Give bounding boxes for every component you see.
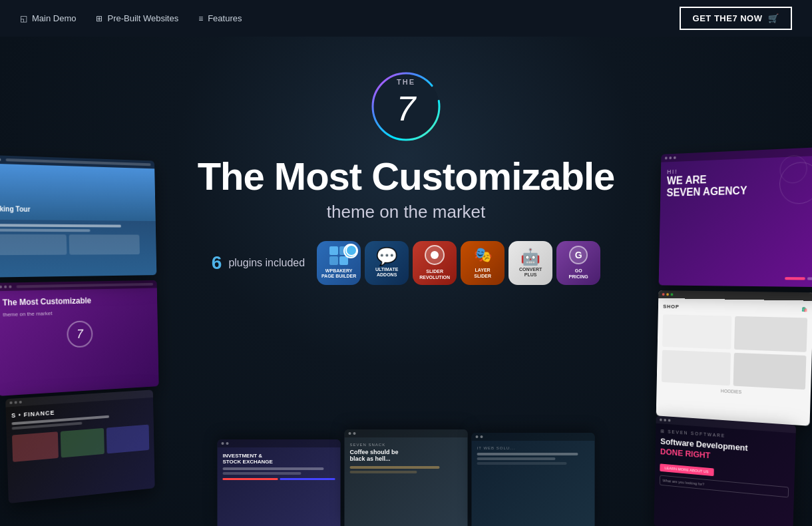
nav-item-main-demo[interactable]: ◱ Main Demo [20, 13, 76, 23]
hero-subtitle: theme on the market [327, 202, 485, 222]
ultimate-icon: 💬 [376, 248, 397, 265]
go-pricing-label: GOPRICING [569, 268, 588, 280]
bottom-card-3: IT WEB SOLU... [472, 433, 595, 526]
hero-section: THE 7 The Most Customizable theme on the… [0, 37, 812, 285]
logo-circle: THE 7 [369, 70, 443, 143]
nav-item-pre-built[interactable]: ⊞ Pre-Built Websites [96, 13, 178, 23]
get-the7-label: GET THE7 NOW [693, 13, 763, 23]
nav-item-features-label: Features [208, 13, 242, 23]
main-demo-icon: ◱ [20, 14, 27, 23]
plugin-ultimate[interactable]: 💬 ULTIMATEADDONS [365, 241, 409, 285]
plugin-slider-revolution[interactable]: SLIDERREVOLUTION [413, 241, 457, 285]
plugin-icons-container: WPBakeryPAGE BUILDER 💬 ULTIMATEADDONS SL… [317, 241, 600, 285]
layer-slider-icon: 🎭 [474, 246, 492, 264]
cart-icon: 🛒 [768, 13, 779, 23]
slider-rev-label: SLIDERREVOLUTION [419, 269, 450, 280]
plugins-label: plugins included [228, 257, 305, 269]
get-the7-button[interactable]: GET THE7 NOW 🛒 [680, 7, 792, 30]
right-card-3: ⊞ SEVEN SOFTWARE Software DevelopmentDON… [654, 415, 796, 526]
plugins-row: 6 plugins included WPBakeryPAGE BUILDER … [212, 241, 600, 285]
nav-item-main-demo-label: Main Demo [32, 13, 76, 23]
nav-item-features[interactable]: ≡ Features [198, 13, 242, 23]
slider-rev-icon [425, 245, 445, 265]
navbar: ◱ Main Demo ⊞ Pre-Built Websites ≡ Featu… [0, 0, 812, 37]
nav-links: ◱ Main Demo ⊞ Pre-Built Websites ≡ Featu… [20, 13, 242, 23]
features-icon: ≡ [198, 14, 203, 23]
plugin-go-pricing[interactable]: G GOPRICING [556, 241, 600, 285]
right-card-2: SHOP 🛍️ HOODIES [656, 290, 812, 426]
convert-plus-label: CONVERTPLUS [519, 267, 542, 278]
wpbakery-badge [345, 244, 357, 256]
left-card-2: The Most Customizable theme on the marke… [0, 280, 159, 396]
plugins-count: 6 [212, 252, 222, 274]
left-card-3: S • FINANCE [5, 390, 155, 503]
hero-title: The Most Customizable [198, 155, 615, 198]
logo-seven-text: 7 [397, 91, 416, 126]
nav-item-pre-built-label: Pre-Built Websites [107, 13, 178, 23]
plugin-convert-plus[interactable]: 🤖 CONVERTPLUS [508, 241, 552, 285]
plugin-wpbakery[interactable]: WPBakeryPAGE BUILDER [317, 241, 361, 285]
bottom-screenshots: INVESTMENT &STOCK EXCHANGE SEVEN SNACK C… [218, 429, 595, 526]
wpbakery-label: WPBakeryPAGE BUILDER [321, 268, 356, 280]
convert-plus-icon: 🤖 [520, 248, 540, 266]
layer-slider-label: LAYERSLIDER [474, 268, 491, 279]
pre-built-icon: ⊞ [96, 14, 102, 23]
plugin-layer-slider[interactable]: 🎭 LAYERSLIDER [461, 241, 505, 285]
ultimate-label: ULTIMATEADDONS [375, 267, 398, 278]
bottom-card-2: SEVEN SNACK Coffee should beblack as hel… [345, 429, 468, 526]
bottom-card-1: INVESTMENT &STOCK EXCHANGE [218, 439, 341, 526]
logo-the-text: THE [397, 78, 415, 86]
go-pricing-icon: G [569, 246, 588, 264]
